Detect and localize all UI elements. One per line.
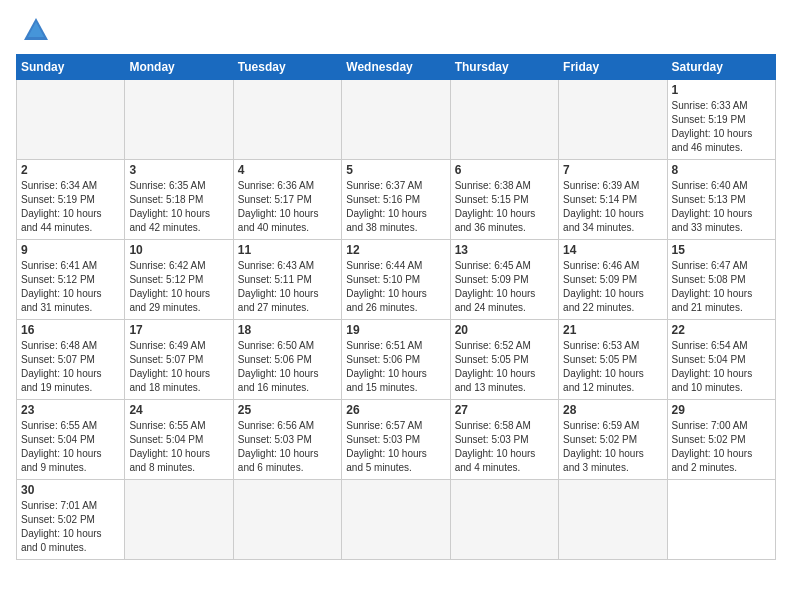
weekday-header-row: SundayMondayTuesdayWednesdayThursdayFrid… xyxy=(17,55,776,80)
calendar-day-19: 19Sunrise: 6:51 AMSunset: 5:06 PMDayligh… xyxy=(342,320,450,400)
page-header xyxy=(16,16,776,44)
day-info: Sunrise: 6:38 AMSunset: 5:15 PMDaylight:… xyxy=(455,179,554,235)
weekday-header-sunday: Sunday xyxy=(17,55,125,80)
weekday-header-saturday: Saturday xyxy=(667,55,775,80)
day-info: Sunrise: 6:55 AMSunset: 5:04 PMDaylight:… xyxy=(21,419,120,475)
calendar-day-15: 15Sunrise: 6:47 AMSunset: 5:08 PMDayligh… xyxy=(667,240,775,320)
day-number: 23 xyxy=(21,403,120,417)
weekday-header-wednesday: Wednesday xyxy=(342,55,450,80)
day-number: 11 xyxy=(238,243,337,257)
calendar-row: 30Sunrise: 7:01 AMSunset: 5:02 PMDayligh… xyxy=(17,480,776,560)
calendar-day-21: 21Sunrise: 6:53 AMSunset: 5:05 PMDayligh… xyxy=(559,320,667,400)
calendar-row: 16Sunrise: 6:48 AMSunset: 5:07 PMDayligh… xyxy=(17,320,776,400)
calendar-day-25: 25Sunrise: 6:56 AMSunset: 5:03 PMDayligh… xyxy=(233,400,341,480)
day-info: Sunrise: 6:58 AMSunset: 5:03 PMDaylight:… xyxy=(455,419,554,475)
calendar-day-16: 16Sunrise: 6:48 AMSunset: 5:07 PMDayligh… xyxy=(17,320,125,400)
day-info: Sunrise: 6:47 AMSunset: 5:08 PMDaylight:… xyxy=(672,259,771,315)
calendar-day-empty xyxy=(559,80,667,160)
day-number: 21 xyxy=(563,323,662,337)
calendar-day-28: 28Sunrise: 6:59 AMSunset: 5:02 PMDayligh… xyxy=(559,400,667,480)
calendar-day-6: 6Sunrise: 6:38 AMSunset: 5:15 PMDaylight… xyxy=(450,160,558,240)
weekday-header-friday: Friday xyxy=(559,55,667,80)
day-info: Sunrise: 6:33 AMSunset: 5:19 PMDaylight:… xyxy=(672,99,771,155)
calendar-day-27: 27Sunrise: 6:58 AMSunset: 5:03 PMDayligh… xyxy=(450,400,558,480)
day-number: 20 xyxy=(455,323,554,337)
calendar-day-9: 9Sunrise: 6:41 AMSunset: 5:12 PMDaylight… xyxy=(17,240,125,320)
day-info: Sunrise: 6:49 AMSunset: 5:07 PMDaylight:… xyxy=(129,339,228,395)
day-info: Sunrise: 6:57 AMSunset: 5:03 PMDaylight:… xyxy=(346,419,445,475)
day-info: Sunrise: 6:34 AMSunset: 5:19 PMDaylight:… xyxy=(21,179,120,235)
calendar-day-1: 1Sunrise: 6:33 AMSunset: 5:19 PMDaylight… xyxy=(667,80,775,160)
calendar-day-empty xyxy=(125,80,233,160)
calendar-day-20: 20Sunrise: 6:52 AMSunset: 5:05 PMDayligh… xyxy=(450,320,558,400)
calendar-row: 2Sunrise: 6:34 AMSunset: 5:19 PMDaylight… xyxy=(17,160,776,240)
day-number: 16 xyxy=(21,323,120,337)
day-info: Sunrise: 7:01 AMSunset: 5:02 PMDaylight:… xyxy=(21,499,120,555)
calendar-day-13: 13Sunrise: 6:45 AMSunset: 5:09 PMDayligh… xyxy=(450,240,558,320)
calendar-day-29: 29Sunrise: 7:00 AMSunset: 5:02 PMDayligh… xyxy=(667,400,775,480)
day-number: 29 xyxy=(672,403,771,417)
day-info: Sunrise: 6:51 AMSunset: 5:06 PMDaylight:… xyxy=(346,339,445,395)
day-number: 28 xyxy=(563,403,662,417)
day-info: Sunrise: 6:50 AMSunset: 5:06 PMDaylight:… xyxy=(238,339,337,395)
day-info: Sunrise: 6:36 AMSunset: 5:17 PMDaylight:… xyxy=(238,179,337,235)
day-number: 18 xyxy=(238,323,337,337)
day-number: 5 xyxy=(346,163,445,177)
calendar-day-11: 11Sunrise: 6:43 AMSunset: 5:11 PMDayligh… xyxy=(233,240,341,320)
calendar-body: 1Sunrise: 6:33 AMSunset: 5:19 PMDaylight… xyxy=(17,80,776,560)
calendar-day-5: 5Sunrise: 6:37 AMSunset: 5:16 PMDaylight… xyxy=(342,160,450,240)
day-info: Sunrise: 6:35 AMSunset: 5:18 PMDaylight:… xyxy=(129,179,228,235)
day-info: Sunrise: 6:55 AMSunset: 5:04 PMDaylight:… xyxy=(129,419,228,475)
day-info: Sunrise: 6:46 AMSunset: 5:09 PMDaylight:… xyxy=(563,259,662,315)
calendar-day-22: 22Sunrise: 6:54 AMSunset: 5:04 PMDayligh… xyxy=(667,320,775,400)
calendar-day-2: 2Sunrise: 6:34 AMSunset: 5:19 PMDaylight… xyxy=(17,160,125,240)
calendar-day-14: 14Sunrise: 6:46 AMSunset: 5:09 PMDayligh… xyxy=(559,240,667,320)
day-info: Sunrise: 7:00 AMSunset: 5:02 PMDaylight:… xyxy=(672,419,771,475)
calendar-day-4: 4Sunrise: 6:36 AMSunset: 5:17 PMDaylight… xyxy=(233,160,341,240)
day-number: 19 xyxy=(346,323,445,337)
calendar-day-12: 12Sunrise: 6:44 AMSunset: 5:10 PMDayligh… xyxy=(342,240,450,320)
day-number: 2 xyxy=(21,163,120,177)
day-number: 15 xyxy=(672,243,771,257)
calendar-day-23: 23Sunrise: 6:55 AMSunset: 5:04 PMDayligh… xyxy=(17,400,125,480)
day-number: 13 xyxy=(455,243,554,257)
day-number: 6 xyxy=(455,163,554,177)
calendar-day-empty xyxy=(342,480,450,560)
logo xyxy=(16,16,50,44)
day-info: Sunrise: 6:44 AMSunset: 5:10 PMDaylight:… xyxy=(346,259,445,315)
day-info: Sunrise: 6:37 AMSunset: 5:16 PMDaylight:… xyxy=(346,179,445,235)
day-number: 24 xyxy=(129,403,228,417)
day-number: 30 xyxy=(21,483,120,497)
day-number: 4 xyxy=(238,163,337,177)
weekday-header-monday: Monday xyxy=(125,55,233,80)
day-number: 7 xyxy=(563,163,662,177)
calendar-day-8: 8Sunrise: 6:40 AMSunset: 5:13 PMDaylight… xyxy=(667,160,775,240)
day-number: 22 xyxy=(672,323,771,337)
day-info: Sunrise: 6:43 AMSunset: 5:11 PMDaylight:… xyxy=(238,259,337,315)
calendar-day-empty xyxy=(450,80,558,160)
day-number: 1 xyxy=(672,83,771,97)
calendar-row: 1Sunrise: 6:33 AMSunset: 5:19 PMDaylight… xyxy=(17,80,776,160)
calendar-day-empty xyxy=(342,80,450,160)
calendar-day-24: 24Sunrise: 6:55 AMSunset: 5:04 PMDayligh… xyxy=(125,400,233,480)
calendar-table: SundayMondayTuesdayWednesdayThursdayFrid… xyxy=(16,54,776,560)
calendar-day-17: 17Sunrise: 6:49 AMSunset: 5:07 PMDayligh… xyxy=(125,320,233,400)
day-info: Sunrise: 6:45 AMSunset: 5:09 PMDaylight:… xyxy=(455,259,554,315)
day-number: 14 xyxy=(563,243,662,257)
day-number: 12 xyxy=(346,243,445,257)
day-number: 9 xyxy=(21,243,120,257)
day-info: Sunrise: 6:53 AMSunset: 5:05 PMDaylight:… xyxy=(563,339,662,395)
weekday-header-thursday: Thursday xyxy=(450,55,558,80)
day-number: 27 xyxy=(455,403,554,417)
logo-icon xyxy=(22,16,50,44)
day-info: Sunrise: 6:56 AMSunset: 5:03 PMDaylight:… xyxy=(238,419,337,475)
calendar-row: 23Sunrise: 6:55 AMSunset: 5:04 PMDayligh… xyxy=(17,400,776,480)
weekday-header-tuesday: Tuesday xyxy=(233,55,341,80)
day-info: Sunrise: 6:52 AMSunset: 5:05 PMDaylight:… xyxy=(455,339,554,395)
day-info: Sunrise: 6:39 AMSunset: 5:14 PMDaylight:… xyxy=(563,179,662,235)
day-info: Sunrise: 6:54 AMSunset: 5:04 PMDaylight:… xyxy=(672,339,771,395)
day-number: 8 xyxy=(672,163,771,177)
calendar-day-10: 10Sunrise: 6:42 AMSunset: 5:12 PMDayligh… xyxy=(125,240,233,320)
calendar-day-30: 30Sunrise: 7:01 AMSunset: 5:02 PMDayligh… xyxy=(17,480,125,560)
calendar-day-26: 26Sunrise: 6:57 AMSunset: 5:03 PMDayligh… xyxy=(342,400,450,480)
